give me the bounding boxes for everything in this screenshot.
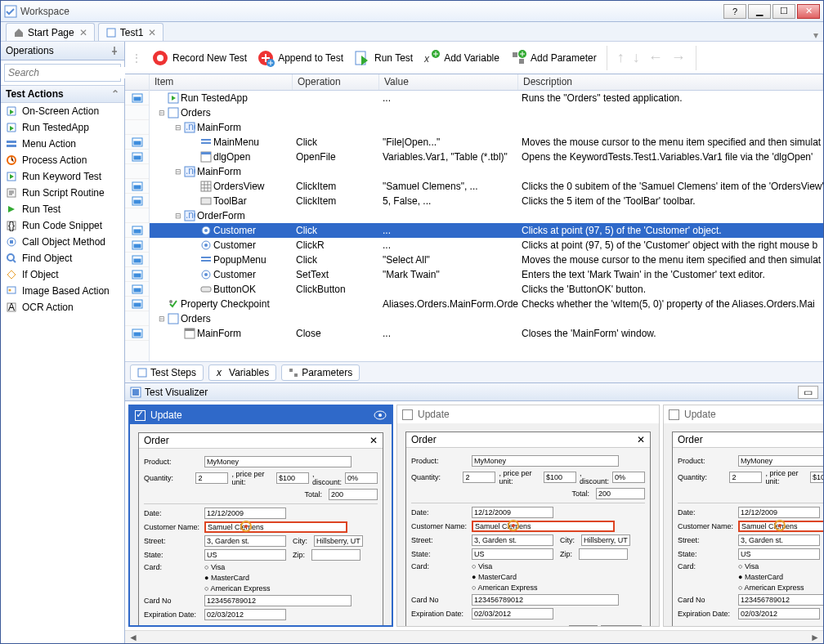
visualizer-panel[interactable]: UpdateOrder✕Product:Quantity:, price per… (663, 405, 823, 627)
thumb-indicator[interactable] (125, 164, 149, 179)
tab-test-steps[interactable]: Test Steps (130, 364, 204, 381)
thumb-indicator[interactable] (125, 208, 149, 223)
ppu-field[interactable] (544, 472, 576, 483)
qty-field[interactable] (195, 472, 228, 484)
add-parameter-button[interactable]: Add Parameter (509, 49, 597, 67)
thumb-indicator[interactable] (125, 150, 149, 164)
arrow-left-icon[interactable]: ← (648, 49, 663, 66)
panel-checkbox[interactable] (402, 409, 413, 420)
zip-field[interactable] (311, 549, 360, 561)
close-icon[interactable]: ✕ (369, 435, 378, 446)
cancel-button[interactable]: Cancel (601, 625, 642, 626)
thumb-indicator[interactable] (125, 267, 149, 282)
thumb-indicator[interactable] (125, 326, 149, 341)
discount-field[interactable] (345, 472, 378, 484)
thumb-indicator[interactable] (125, 135, 149, 150)
operation-item[interactable]: Run TestedApp (1, 119, 124, 136)
help-button[interactable]: ? (723, 4, 746, 19)
append-button[interactable]: Append to Test (257, 49, 343, 67)
tree-toggle-icon[interactable]: ⊟ (174, 123, 182, 132)
zip-field[interactable] (579, 548, 628, 560)
arrow-up-icon[interactable]: ↑ (617, 49, 625, 66)
scroll-left-icon[interactable]: ◄ (128, 632, 138, 643)
grid-content[interactable]: Item Operation Value Description Run Tes… (150, 74, 823, 361)
state-field[interactable] (738, 548, 820, 560)
tree-toggle-icon[interactable]: ⊟ (174, 212, 182, 220)
grid-row[interactable]: Run TestedApp...Runs the "Orders" tested… (150, 91, 823, 105)
tab-start-page[interactable]: Start Page ✕ (6, 23, 95, 41)
product-field[interactable] (738, 455, 823, 467)
tab-parameters[interactable]: Parameters (281, 364, 360, 381)
expiration-field[interactable] (738, 608, 820, 619)
visualizer-panel[interactable]: UpdateOrder✕Product:Quantity:, price per… (128, 405, 393, 627)
tab-variables[interactable]: x Variables (208, 364, 276, 381)
grid-row[interactable]: dlgOpenOpenFileVariables.Var1, "Table (*… (150, 150, 823, 164)
thumb-indicator[interactable] (125, 238, 149, 253)
operation-item[interactable]: Find Object (1, 250, 124, 266)
group-test-actions[interactable]: Test Actions ⌃ (1, 85, 124, 103)
col-description[interactable]: Description (518, 74, 823, 90)
thumb-indicator[interactable] (125, 120, 149, 135)
maximize-button[interactable]: ☐ (772, 4, 795, 19)
discount-field[interactable] (612, 472, 645, 483)
tree-toggle-icon[interactable]: ⊟ (158, 315, 166, 323)
cardno-field[interactable] (204, 595, 352, 606)
operation-item[interactable]: Menu Action (1, 136, 124, 152)
col-value[interactable]: Value (379, 74, 518, 90)
expiration-field[interactable] (472, 608, 553, 619)
tab-test1[interactable]: Test1 ✕ (98, 23, 164, 41)
operation-item[interactable]: On-Screen Action (1, 103, 124, 119)
grid-row[interactable]: CustomerClick...Clicks at point (97, 5) … (150, 223, 823, 238)
operation-item[interactable]: Run Script Routine (1, 185, 124, 201)
panel-checkbox[interactable] (669, 409, 679, 420)
thumb-indicator[interactable] (125, 311, 149, 326)
visualizer-scrollbar[interactable]: ◄ ► (125, 630, 823, 643)
customer-name-field[interactable] (204, 521, 347, 533)
search-input[interactable] (8, 67, 132, 78)
tab-overflow-icon[interactable]: ▾ (813, 29, 818, 41)
close-button[interactable]: ✕ (797, 4, 820, 19)
visualizer-collapse-icon[interactable]: ▭ (798, 386, 818, 399)
tree-toggle-icon[interactable]: ⊟ (158, 109, 166, 117)
operation-item[interactable]: Process Action (1, 152, 124, 168)
grid-row[interactable]: MainMenuClick"File|Open..."Moves the mou… (150, 135, 823, 150)
street-field[interactable] (738, 534, 820, 546)
operation-item[interactable]: Image Based Action (1, 283, 124, 299)
street-field[interactable] (472, 534, 553, 546)
thumb-indicator[interactable] (125, 253, 149, 267)
scroll-right-icon[interactable]: ► (810, 632, 820, 643)
city-field[interactable] (581, 534, 630, 546)
state-field[interactable] (204, 549, 286, 561)
close-icon[interactable]: ✕ (637, 434, 645, 445)
grid-row[interactable]: CustomerClickR...Clicks at point (97, 5)… (150, 238, 823, 253)
record-button[interactable]: Record New Test (151, 49, 247, 67)
qty-field[interactable] (463, 472, 495, 483)
col-operation[interactable]: Operation (293, 74, 379, 90)
cardno-field[interactable] (472, 594, 619, 606)
qty-field[interactable] (729, 472, 762, 483)
thumb-indicator[interactable] (125, 91, 149, 105)
thumb-indicator[interactable] (125, 297, 149, 311)
operation-item[interactable]: {}Run Code Snippet (1, 217, 124, 234)
grid-row[interactable]: MainFormClose...Closes the 'MainForm' wi… (150, 326, 823, 341)
customer-name-field[interactable] (738, 521, 823, 532)
grid-row[interactable]: ButtonOKClickButtonClicks the 'ButtonOK'… (150, 282, 823, 297)
ppu-field[interactable] (276, 472, 309, 484)
grid-row[interactable]: ⊟.netMainForm (150, 120, 823, 135)
ppu-field[interactable] (810, 472, 823, 483)
eye-icon[interactable] (374, 410, 387, 420)
ok-button[interactable]: OK (569, 625, 598, 626)
minimize-button[interactable]: ▁ (748, 4, 771, 19)
grid-row[interactable]: ⊟.netOrderForm (150, 208, 823, 223)
operation-item[interactable]: AOCR Action (1, 299, 124, 315)
collapse-icon[interactable]: ⌃ (111, 88, 119, 100)
cardno-field[interactable] (738, 594, 823, 606)
pin-icon[interactable] (110, 46, 119, 56)
grid-row[interactable]: ⊟.netMainForm (150, 164, 823, 179)
add-variable-button[interactable]: x Add Variable (423, 49, 499, 67)
run-button[interactable]: Run Test (353, 49, 413, 67)
state-field[interactable] (472, 548, 553, 560)
panel-checkbox[interactable] (135, 410, 146, 421)
date-field[interactable] (738, 507, 820, 518)
thumb-indicator[interactable] (125, 105, 149, 120)
